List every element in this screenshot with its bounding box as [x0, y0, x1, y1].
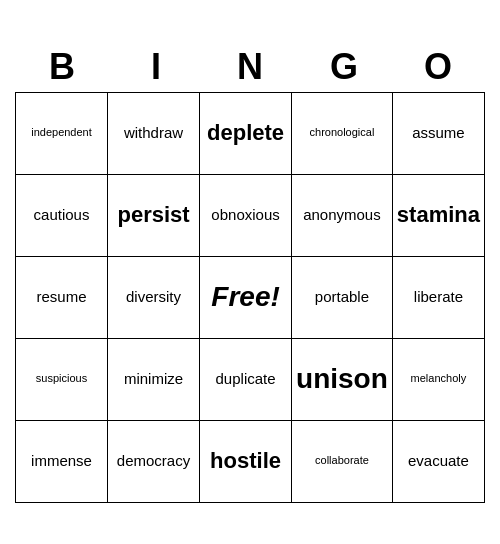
header-letter: O — [391, 42, 485, 92]
bingo-grid: independentwithdrawdepletechronologicala… — [15, 92, 485, 503]
bingo-cell-1-0: cautious — [16, 175, 108, 257]
bingo-header: BINGO — [15, 42, 485, 92]
bingo-cell-2-2: Free! — [200, 257, 292, 339]
bingo-cell-0-1: withdraw — [108, 93, 200, 175]
bingo-cell-1-3: anonymous — [292, 175, 393, 257]
bingo-cell-3-0: suspicious — [16, 339, 108, 421]
bingo-cell-3-2: duplicate — [200, 339, 292, 421]
bingo-cell-2-0: resume — [16, 257, 108, 339]
bingo-cell-4-1: democracy — [108, 421, 200, 503]
bingo-cell-3-4: melancholy — [393, 339, 485, 421]
bingo-cell-0-2: deplete — [200, 93, 292, 175]
bingo-cell-0-0: independent — [16, 93, 108, 175]
bingo-cell-3-3: unison — [292, 339, 393, 421]
bingo-cell-1-2: obnoxious — [200, 175, 292, 257]
bingo-cell-0-4: assume — [393, 93, 485, 175]
bingo-cell-3-1: minimize — [108, 339, 200, 421]
bingo-card: BINGO independentwithdrawdepletechronolo… — [15, 42, 485, 503]
header-letter: I — [109, 42, 203, 92]
bingo-cell-2-4: liberate — [393, 257, 485, 339]
bingo-cell-1-4: stamina — [393, 175, 485, 257]
bingo-cell-2-1: diversity — [108, 257, 200, 339]
header-letter: G — [297, 42, 391, 92]
bingo-cell-2-3: portable — [292, 257, 393, 339]
header-letter: B — [15, 42, 109, 92]
bingo-cell-4-0: immense — [16, 421, 108, 503]
header-letter: N — [203, 42, 297, 92]
bingo-cell-4-3: collaborate — [292, 421, 393, 503]
bingo-cell-4-4: evacuate — [393, 421, 485, 503]
bingo-cell-0-3: chronological — [292, 93, 393, 175]
bingo-cell-4-2: hostile — [200, 421, 292, 503]
bingo-cell-1-1: persist — [108, 175, 200, 257]
